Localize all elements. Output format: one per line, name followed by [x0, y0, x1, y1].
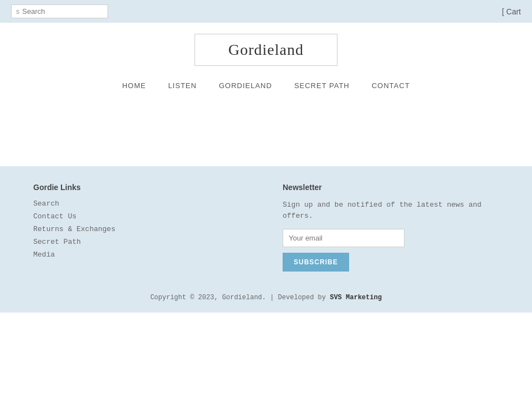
footer-left: Gordie Links SearchContact UsReturns & E…	[33, 183, 249, 272]
copyright-text: Copyright © 2023, Gordieland. | Develope…	[150, 294, 330, 301]
main-content	[0, 100, 532, 166]
footer-link-returns[interactable]: Returns & Exchanges	[33, 225, 249, 233]
footer-columns: Gordie Links SearchContact UsReturns & E…	[33, 183, 499, 272]
nav-item-contact[interactable]: CONTACT	[372, 81, 410, 90]
email-input[interactable]	[283, 229, 405, 247]
footer-link-contact-us[interactable]: Contact Us	[33, 212, 249, 221]
footer-bottom: Copyright © 2023, Gordieland. | Develope…	[33, 288, 499, 301]
nav-item-secret-path[interactable]: SECRET PATH	[294, 81, 350, 90]
subscribe-button[interactable]: SUBSCRIBE	[283, 253, 349, 272]
cart-area[interactable]: [ Cart	[502, 7, 521, 16]
newsletter-description: Sign up and be notified of the latest ne…	[283, 200, 499, 221]
site-title-area: Gordieland	[0, 23, 532, 71]
nav-item-listen[interactable]: LISTEN	[168, 81, 197, 90]
footer-link-secret-path[interactable]: Secret Path	[33, 238, 249, 246]
footer: Gordie Links SearchContact UsReturns & E…	[0, 166, 532, 313]
footer-link-media[interactable]: Media	[33, 250, 249, 259]
nav-item-gordieland[interactable]: GORDIELAND	[219, 81, 272, 90]
cart-bracket-left: [	[502, 7, 504, 16]
developer-link[interactable]: SVS Marketing	[330, 294, 382, 301]
footer-links-container: SearchContact UsReturns & ExchangesSecre…	[33, 200, 249, 259]
site-title[interactable]: Gordieland	[195, 34, 337, 66]
cart-label: Cart	[507, 7, 521, 16]
footer-links-heading: Gordie Links	[33, 183, 249, 192]
nav-item-home[interactable]: HOME	[122, 81, 146, 90]
search-input[interactable]	[22, 7, 103, 16]
header-bar: s [ Cart	[0, 0, 532, 23]
footer-link-search[interactable]: Search	[33, 200, 249, 208]
search-container[interactable]: s	[11, 4, 108, 18]
footer-right: Newsletter Sign up and be notified of th…	[283, 183, 499, 272]
newsletter-heading: Newsletter	[283, 183, 499, 192]
search-icon: s	[16, 8, 19, 16]
nav-bar: HOMELISTENGORDIELANDSECRET PATHCONTACT	[0, 71, 532, 100]
